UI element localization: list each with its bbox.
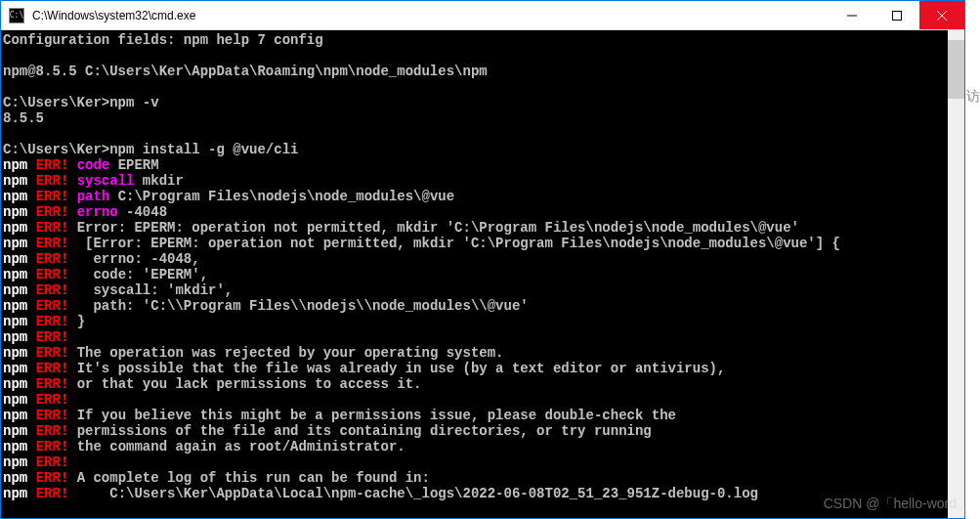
titlebar-buttons (830, 1, 964, 29)
close-button[interactable] (919, 1, 964, 29)
terminal-line: npm ERR! The operation was rejected by y… (3, 345, 964, 361)
terminal-line: npm ERR! It's possible that the file was… (3, 361, 964, 376)
terminal-line: npm ERR! code: 'EPERM', (3, 267, 964, 282)
terminal-line: npm ERR! code EPERM (3, 157, 964, 173)
terminal-line: npm ERR! Error: EPERM: operation not per… (3, 220, 964, 236)
terminal-line (3, 48, 964, 64)
terminal-line: npm ERR! errno -4048 (3, 204, 964, 220)
svg-rect-1 (893, 11, 902, 20)
terminal-line: npm ERR! path: 'C:\\Program Files\\nodej… (3, 298, 964, 314)
terminal-line: Configuration fields: npm help 7 config (3, 32, 964, 48)
terminal-line: npm ERR! the command again as root/Admin… (3, 439, 964, 454)
terminal-line (3, 126, 964, 142)
terminal-line: npm ERR! syscall: 'mkdir', (3, 282, 964, 298)
terminal-line: npm ERR! C:\Users\Ker\AppData\Local\npm-… (3, 486, 964, 501)
terminal-line: npm ERR! or that you lack permissions to… (3, 376, 964, 392)
scrollbar[interactable] (948, 30, 964, 518)
terminal-line: npm ERR! } (3, 314, 964, 329)
terminal-line: npm ERR! syscall mkdir (3, 173, 964, 189)
minimize-button[interactable] (830, 1, 874, 29)
terminal-line: C:\Users\Ker>npm install -g @vue/cli (3, 142, 964, 157)
titlebar: C:\ C:\Windows\system32\cmd.exe (1, 1, 964, 30)
terminal-line: npm ERR! path C:\Program Files\nodejs\no… (3, 189, 964, 204)
terminal-line: 8.5.5 (3, 110, 964, 126)
terminal-line: npm ERR! [Error: EPERM: operation not pe… (3, 236, 964, 251)
window-title: C:\Windows\system32\cmd.exe (30, 9, 830, 22)
terminal-line: npm ERR! A complete log of this run can … (3, 470, 964, 486)
terminal-line: npm ERR! (3, 329, 964, 345)
terminal-line: npm ERR! (3, 392, 964, 408)
terminal-line: npm ERR! errno: -4048, (3, 251, 964, 267)
cmd-window: C:\ C:\Windows\system32\cmd.exe Configur… (0, 0, 965, 519)
side-character: 访 (966, 88, 980, 106)
cmd-icon: C:\ (9, 8, 24, 23)
terminal-output[interactable]: Configuration fields: npm help 7 config … (1, 30, 964, 518)
terminal-line: npm ERR! If you believe this might be a … (3, 408, 964, 423)
terminal-line: npm ERR! permissions of the file and its… (3, 423, 964, 439)
terminal-line: npm ERR! (3, 454, 964, 470)
scrollbar-thumb[interactable] (948, 40, 964, 99)
terminal-line: C:\Users\Ker>npm -v (3, 95, 964, 110)
terminal-line: npm@8.5.5 C:\Users\Ker\AppData\Roaming\n… (3, 64, 964, 79)
terminal-line (3, 79, 964, 95)
maximize-button[interactable] (874, 1, 919, 29)
